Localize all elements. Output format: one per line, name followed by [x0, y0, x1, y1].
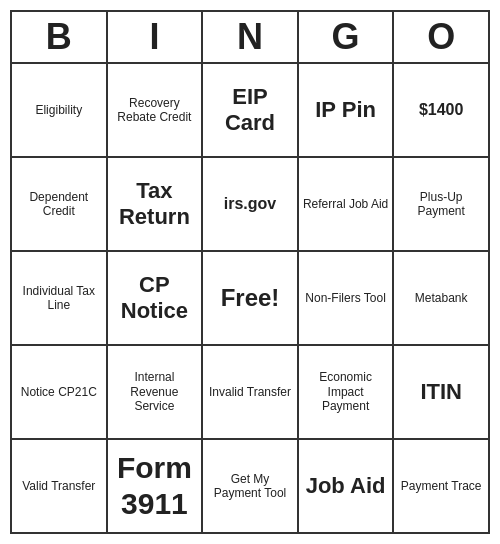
header-letter: I — [108, 12, 204, 62]
bingo-row: Valid TransferForm 3911Get My Payment To… — [12, 440, 488, 532]
bingo-cell: Non-Filers Tool — [299, 252, 395, 344]
bingo-cell: Invalid Transfer — [203, 346, 299, 438]
bingo-cell: IP Pin — [299, 64, 395, 156]
bingo-cell: Notice CP21C — [12, 346, 108, 438]
bingo-cell: Form 3911 — [108, 440, 204, 532]
bingo-cell: Plus-Up Payment — [394, 158, 488, 250]
bingo-row: Individual Tax LineCP NoticeFree!Non-Fil… — [12, 252, 488, 346]
bingo-cell: Free! — [203, 252, 299, 344]
bingo-row: Notice CP21CInternal Revenue ServiceInva… — [12, 346, 488, 440]
bingo-header: BINGO — [12, 12, 488, 64]
bingo-cell: Get My Payment Tool — [203, 440, 299, 532]
bingo-cell: Referral Job Aid — [299, 158, 395, 250]
bingo-cell: Economic Impact Payment — [299, 346, 395, 438]
bingo-cell: Tax Return — [108, 158, 204, 250]
header-letter: N — [203, 12, 299, 62]
bingo-cell: Job Aid — [299, 440, 395, 532]
bingo-cell: Individual Tax Line — [12, 252, 108, 344]
bingo-cell: Eligibility — [12, 64, 108, 156]
bingo-row: Dependent CreditTax Returnirs.govReferra… — [12, 158, 488, 252]
header-letter: G — [299, 12, 395, 62]
bingo-body: EligibilityRecovery Rebate CreditEIP Car… — [12, 64, 488, 532]
bingo-cell: EIP Card — [203, 64, 299, 156]
bingo-card: BINGO EligibilityRecovery Rebate CreditE… — [10, 10, 490, 534]
bingo-cell: $1400 — [394, 64, 488, 156]
bingo-cell: Internal Revenue Service — [108, 346, 204, 438]
bingo-cell: ITIN — [394, 346, 488, 438]
bingo-row: EligibilityRecovery Rebate CreditEIP Car… — [12, 64, 488, 158]
bingo-cell: irs.gov — [203, 158, 299, 250]
bingo-cell: Dependent Credit — [12, 158, 108, 250]
bingo-cell: Valid Transfer — [12, 440, 108, 532]
header-letter: O — [394, 12, 488, 62]
bingo-cell: CP Notice — [108, 252, 204, 344]
bingo-cell: Metabank — [394, 252, 488, 344]
header-letter: B — [12, 12, 108, 62]
bingo-cell: Recovery Rebate Credit — [108, 64, 204, 156]
bingo-cell: Payment Trace — [394, 440, 488, 532]
